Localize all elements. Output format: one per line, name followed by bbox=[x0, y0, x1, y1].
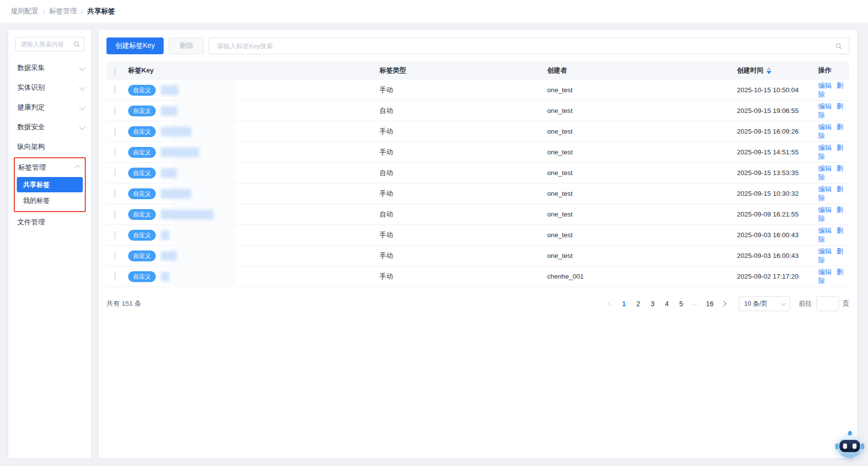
row-checkbox[interactable] bbox=[114, 231, 115, 239]
created-time-cell: 2025-10-15 10:50:04 bbox=[737, 86, 818, 94]
redacted-tag-name bbox=[161, 251, 177, 261]
edit-link[interactable]: 编辑 bbox=[818, 248, 832, 255]
tag-key-cell: 自定义 bbox=[128, 126, 380, 137]
select-all-checkbox[interactable] bbox=[114, 67, 115, 75]
breadcrumb-item-rule-config[interactable]: 规则配置 bbox=[11, 7, 38, 16]
sidebar-item-label: 实体识别 bbox=[17, 83, 45, 92]
sidebar-menu: 数据采集 实体识别 健康判定 数据安全 纵向架构 标签管理 共享标签 bbox=[8, 58, 91, 232]
table-row: 自定义 手动 one_test 2025-09-15 16:09:26 编辑删除 bbox=[106, 121, 849, 142]
pagination-page[interactable]: 16 bbox=[703, 297, 717, 311]
edit-link[interactable]: 编辑 bbox=[818, 227, 832, 234]
sidebar-search-input[interactable] bbox=[20, 40, 73, 48]
sidebar-item-vertical-architecture[interactable]: 纵向架构 bbox=[8, 137, 91, 157]
breadcrumb-item-tag-management[interactable]: 标签管理 bbox=[49, 7, 77, 16]
sidebar-item-shared-tags[interactable]: 共享标签 bbox=[17, 177, 83, 192]
pagination-page[interactable]: 1 bbox=[618, 297, 631, 311]
edit-link[interactable]: 编辑 bbox=[818, 185, 832, 193]
pagination-pages: 12345···16 bbox=[617, 297, 717, 311]
prev-page-button[interactable] bbox=[604, 297, 617, 311]
breadcrumb-separator: / bbox=[81, 8, 83, 15]
tag-key-cell: 自定义 bbox=[128, 168, 380, 179]
tag-type-cell: 手动 bbox=[380, 251, 547, 260]
redacted-tag-name bbox=[161, 127, 191, 137]
page-size-select[interactable]: 10 条/页 bbox=[739, 296, 790, 311]
pagination-page[interactable]: 2 bbox=[632, 297, 645, 311]
row-checkbox[interactable] bbox=[114, 251, 115, 260]
chevron-down-icon bbox=[781, 301, 786, 306]
sidebar-item-health-judgment[interactable]: 健康判定 bbox=[8, 98, 91, 117]
redacted-tag-name bbox=[161, 85, 178, 95]
row-checkbox[interactable] bbox=[114, 210, 115, 218]
pagination-ellipsis: ··· bbox=[689, 297, 702, 311]
sidebar-item-label: 数据采集 bbox=[17, 64, 45, 72]
edit-link[interactable]: 编辑 bbox=[818, 123, 832, 131]
redacted-tag-name bbox=[161, 147, 199, 157]
edit-link[interactable]: 编辑 bbox=[818, 268, 832, 276]
row-checkbox[interactable] bbox=[114, 189, 115, 198]
creator-cell: one_test bbox=[547, 128, 737, 135]
row-checkbox[interactable] bbox=[114, 127, 115, 136]
creator-cell: one_test bbox=[547, 190, 737, 197]
pagination-page[interactable]: 5 bbox=[675, 297, 688, 311]
column-header-type: 标签类型 bbox=[380, 66, 547, 75]
edit-link[interactable]: 编辑 bbox=[818, 144, 832, 151]
creator-cell: one_test bbox=[547, 86, 737, 94]
table-body: 自定义 手动 one_test 2025-10-15 10:50:04 编辑删除… bbox=[106, 80, 849, 287]
row-checkbox[interactable] bbox=[114, 86, 115, 94]
sort-icon[interactable] bbox=[766, 67, 771, 74]
redacted-tag-name bbox=[161, 189, 191, 199]
search-icon bbox=[73, 41, 80, 47]
table-header: 标签Key 标签类型 创建者 创建时间 操作 bbox=[106, 61, 849, 80]
pagination-page[interactable]: 3 bbox=[646, 297, 660, 311]
chatbot-assistant-icon[interactable] bbox=[833, 429, 866, 461]
row-checkbox[interactable] bbox=[114, 107, 115, 115]
edit-link[interactable]: 编辑 bbox=[818, 165, 832, 172]
tag-key-cell: 自定义 bbox=[128, 230, 380, 241]
goto-page-input[interactable] bbox=[816, 296, 839, 311]
custom-badge: 自定义 bbox=[128, 147, 156, 158]
sidebar-item-label: 健康判定 bbox=[17, 103, 45, 112]
create-tag-key-button[interactable]: 创建标签Key bbox=[106, 37, 164, 54]
delete-button[interactable]: 删除 bbox=[169, 37, 204, 54]
pagination-page[interactable]: 4 bbox=[660, 297, 674, 311]
sidebar-search bbox=[15, 37, 84, 51]
sidebar-item-file-management[interactable]: 文件管理 bbox=[8, 213, 91, 232]
row-checkbox[interactable] bbox=[114, 148, 115, 156]
custom-badge: 自定义 bbox=[128, 85, 156, 96]
row-actions: 编辑删除 bbox=[818, 247, 849, 265]
redacted-tag-name bbox=[161, 168, 177, 178]
edit-link[interactable]: 编辑 bbox=[818, 103, 832, 110]
sidebar-item-my-tags[interactable]: 我的标签 bbox=[17, 193, 83, 208]
sidebar-item-label: 数据安全 bbox=[17, 123, 45, 132]
tag-key-search-input[interactable] bbox=[216, 42, 835, 50]
goto-page: 前往 页 bbox=[799, 296, 850, 311]
custom-badge: 自定义 bbox=[128, 251, 156, 261]
creator-cell: one_test bbox=[547, 148, 737, 156]
sidebar-item-data-security[interactable]: 数据安全 bbox=[8, 117, 91, 137]
tag-type-cell: 手动 bbox=[380, 189, 547, 198]
row-actions: 编辑删除 bbox=[818, 185, 849, 203]
table-row: 自定义 自动 one_test 2025-09-15 13:53:35 编辑删除 bbox=[106, 163, 849, 183]
custom-badge: 自定义 bbox=[128, 126, 156, 137]
sidebar-item-tag-management[interactable]: 标签管理 bbox=[15, 158, 85, 177]
column-header-key: 标签Key bbox=[128, 66, 380, 75]
tag-type-cell: 手动 bbox=[380, 272, 547, 281]
breadcrumb-item-shared-tags: 共享标签 bbox=[87, 7, 115, 16]
tags-table: 标签Key 标签类型 创建者 创建时间 操作 自定义 手动 one_test 2… bbox=[106, 61, 849, 287]
redacted-tag-name bbox=[161, 230, 170, 240]
row-checkbox[interactable] bbox=[114, 272, 115, 281]
creator-cell: chenhe_001 bbox=[547, 273, 737, 280]
column-header-created-label: 创建时间 bbox=[737, 67, 764, 74]
sidebar-item-entity-recognition[interactable]: 实体识别 bbox=[8, 78, 91, 98]
breadcrumb: 规则配置 / 标签管理 / 共享标签 bbox=[0, 0, 868, 23]
edit-link[interactable]: 编辑 bbox=[818, 82, 832, 89]
edit-link[interactable]: 编辑 bbox=[818, 206, 832, 214]
sidebar-item-data-collection[interactable]: 数据采集 bbox=[8, 58, 91, 78]
column-header-created[interactable]: 创建时间 bbox=[737, 66, 818, 75]
tag-type-cell: 自动 bbox=[380, 210, 547, 219]
next-page-button[interactable] bbox=[717, 297, 730, 311]
chevron-down-icon bbox=[79, 123, 86, 130]
creator-cell: one_test bbox=[547, 107, 737, 114]
sidebar-item-label: 共享标签 bbox=[23, 180, 50, 189]
row-checkbox[interactable] bbox=[114, 169, 115, 177]
